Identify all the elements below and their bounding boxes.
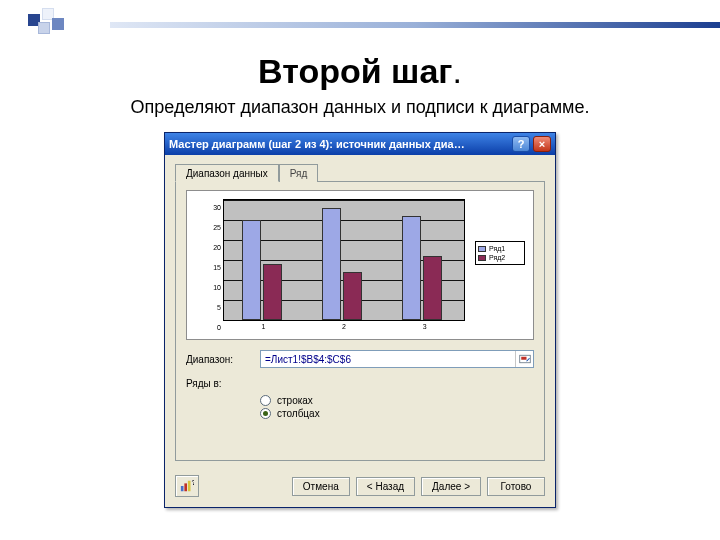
back-button[interactable]: < Назад (356, 477, 415, 496)
page-subtitle: Определяют диапазон данных и подписи к д… (0, 97, 720, 118)
collapse-range-icon (519, 354, 531, 364)
svg-rect-2 (181, 486, 184, 491)
radio-label: строках (277, 395, 313, 406)
chart-preview: 051015202530 123 Ряд1Ряд2 (186, 190, 534, 340)
title-dot: . (452, 52, 461, 90)
slide-decoration (0, 0, 720, 40)
close-icon: × (539, 138, 545, 150)
cancel-button[interactable]: Отмена (292, 477, 350, 496)
tab-label: Ряд (290, 168, 308, 179)
plot-area (223, 199, 465, 321)
tab-data-range[interactable]: Диапазон данных (175, 164, 279, 182)
tab-strip: Диапазон данных Ряд (165, 155, 555, 181)
svg-text:?: ? (191, 479, 194, 486)
radio-rows[interactable]: строках (260, 395, 534, 406)
button-label: Отмена (303, 481, 339, 492)
page-title: Второй шаг. (0, 52, 720, 91)
radio-icon (260, 395, 271, 406)
tab-series[interactable]: Ряд (279, 164, 319, 182)
tab-panel: 051015202530 123 Ряд1Ряд2 Диапазон: =Лис… (175, 181, 545, 461)
button-bar: ? Отмена < Назад Далее > Готово (165, 469, 555, 507)
radio-columns[interactable]: столбцах (260, 408, 534, 419)
titlebar-help-button[interactable]: ? (512, 136, 530, 152)
button-label: Готово (501, 481, 532, 492)
range-label: Диапазон: (186, 354, 250, 365)
range-value: =Лист1!$B$4:$C$6 (261, 354, 515, 365)
help-chart-icon: ? (180, 479, 194, 493)
titlebar-close-button[interactable]: × (533, 136, 551, 152)
chart-wizard-dialog: Мастер диаграмм (шаг 2 из 4): источник д… (164, 132, 556, 508)
rows-in-label: Ряды в: (186, 378, 250, 389)
titlebar[interactable]: Мастер диаграмм (шаг 2 из 4): источник д… (165, 133, 555, 155)
svg-rect-1 (521, 357, 526, 360)
radio-label: столбцах (277, 408, 320, 419)
y-axis-labels: 051015202530 (205, 199, 221, 321)
svg-rect-3 (184, 483, 187, 491)
button-label: Далее > (432, 481, 470, 492)
tab-label: Диапазон данных (186, 168, 268, 179)
help-chart-button[interactable]: ? (175, 475, 199, 497)
range-input[interactable]: =Лист1!$B$4:$C$6 (260, 350, 534, 368)
finish-button[interactable]: Готово (487, 477, 545, 496)
x-axis-labels: 123 (223, 323, 465, 335)
svg-rect-4 (188, 481, 191, 492)
range-picker-button[interactable] (515, 351, 533, 367)
radio-icon (260, 408, 271, 419)
rows-in-row: Ряды в: (186, 378, 534, 389)
help-icon: ? (518, 138, 525, 150)
title-text: Второй шаг (258, 52, 452, 90)
legend: Ряд1Ряд2 (475, 241, 525, 265)
button-label: < Назад (367, 481, 404, 492)
titlebar-caption: Мастер диаграмм (шаг 2 из 4): источник д… (169, 138, 509, 150)
range-row: Диапазон: =Лист1!$B$4:$C$6 (186, 350, 534, 368)
next-button[interactable]: Далее > (421, 477, 481, 496)
series-orientation-group: строках столбцах (186, 395, 534, 419)
